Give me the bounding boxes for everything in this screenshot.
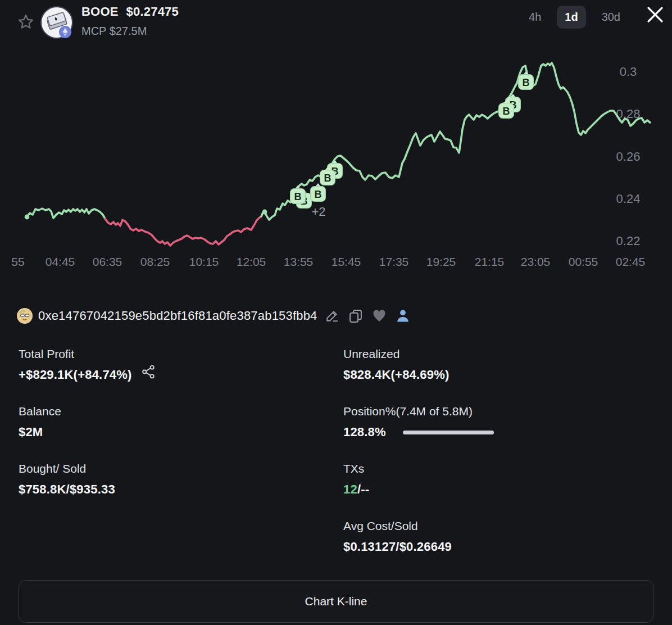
favorite-star-icon[interactable] [17,13,35,31]
timeframe-switcher: 4h 1d 30d [521,6,628,29]
timeframe-30d[interactable]: 30d [594,6,628,29]
stat-value: $2M [19,425,61,440]
copy-icon[interactable] [348,308,364,324]
stat-label: Bought/ Sold [19,462,115,475]
token-price: $0.27475 [126,4,179,19]
x-axis-tick: 19:25 [426,255,456,268]
stat-position: Position%(7.4M of 5.8M) 128.8% [343,405,494,440]
y-axis-tick: 0.24 [616,192,641,206]
wallet-avatar [17,308,33,324]
price-dot [262,210,267,215]
edit-icon[interactable] [324,308,340,324]
stat-txs: TXs 12/-- [343,462,369,497]
x-axis-tick: 04:45 [46,255,75,268]
buy-marker[interactable]: B [290,185,306,204]
x-axis-tick: 02:45 [616,255,646,268]
stat-balance: Balance $2M [19,405,61,440]
x-axis-tick: 13:55 [284,255,314,268]
y-axis-tick: 0.26 [616,150,641,164]
stat-avg-cost-sold: Avg Cost/Sold $0.13127/$0.26649 [343,519,452,554]
stat-label: Total Profit [19,347,156,361]
timeframe-4h[interactable]: 4h [521,6,549,29]
stat-label: Position%(7.4M of 5.8M) [343,405,494,418]
stat-bought-sold: Bought/ Sold $758.8K/$935.33 [19,462,115,497]
svg-text:B: B [324,173,332,184]
x-axis-tick: 10:15 [189,255,219,268]
price-dot [25,215,30,220]
x-axis-tick: 17:35 [379,255,409,268]
y-axis-tick: 0.22 [616,234,641,248]
x-axis-tick: 12:05 [237,255,266,268]
stat-label: Avg Cost/Sold [343,519,452,533]
extra-buy-markers-label: +2 [311,205,325,219]
stat-label: TXs [343,462,369,475]
favorite-heart-icon[interactable] [371,308,387,324]
stat-value: 128.8% [343,425,386,440]
x-axis-tick: 21:15 [475,255,505,268]
svg-text:B: B [294,191,302,202]
stat-value: $828.4K(+84.69%) [343,368,449,382]
x-axis-tick: 00:55 [569,255,598,268]
txs-buy-count: 12 [343,482,357,496]
close-icon[interactable] [645,4,665,25]
y-axis-tick: 0.3 [620,65,637,79]
stat-unrealized: Unrealized $828.4K(+84.69%) [343,347,449,382]
follow-person-icon[interactable] [395,308,411,324]
x-axis-tick: 55 [11,255,24,268]
stat-value: 12/-- [343,482,369,497]
x-axis-tick: 23:05 [521,255,551,268]
token-title: BOOE$0.27475 [81,4,179,19]
chart-kline-button[interactable]: Chart K-line [19,580,653,623]
buy-marker[interactable]: B [311,183,326,202]
txs-rest: /-- [357,482,369,496]
svg-text:B: B [315,189,322,200]
stat-total-profit: Total Profit +$829.1K(+84.74%) [19,347,156,382]
svg-text:B: B [503,106,510,117]
timeframe-1d[interactable]: 1d [557,6,585,29]
x-axis-tick: 15:45 [332,255,361,268]
svg-text:B: B [523,77,530,88]
stat-value: $0.13127/$0.26649 [343,540,452,554]
stat-value: +$829.1K(+84.74%) [19,368,132,382]
token-name: BOOE [81,4,119,19]
chart-kline-button-label: Chart K-line [305,595,367,608]
wallet-row: 0xe14767042159e5bd2bf16f81a0fe387ab153fb… [17,308,411,324]
position-progress-bar [403,431,494,434]
x-axis-tick: 06:35 [93,255,122,268]
wallet-address: 0xe14767042159e5bd2bf16f81a0fe387ab153fb… [38,309,317,323]
header: BOOE$0.27475 MCP $27.5M 4h 1d 30d [0,0,672,49]
share-icon[interactable] [141,364,156,379]
stat-value: $758.8K/$935.33 [19,482,115,497]
wallet-actions [324,308,411,324]
stat-label: Unrealized [343,347,449,361]
token-avatar [40,6,73,39]
stat-label: Balance [19,405,61,418]
token-mcp: MCP $27.5M [81,25,147,38]
price-line-green-early [27,209,105,219]
price-line-red-drawdown [105,216,261,246]
x-axis-tick: 08:25 [140,255,170,268]
